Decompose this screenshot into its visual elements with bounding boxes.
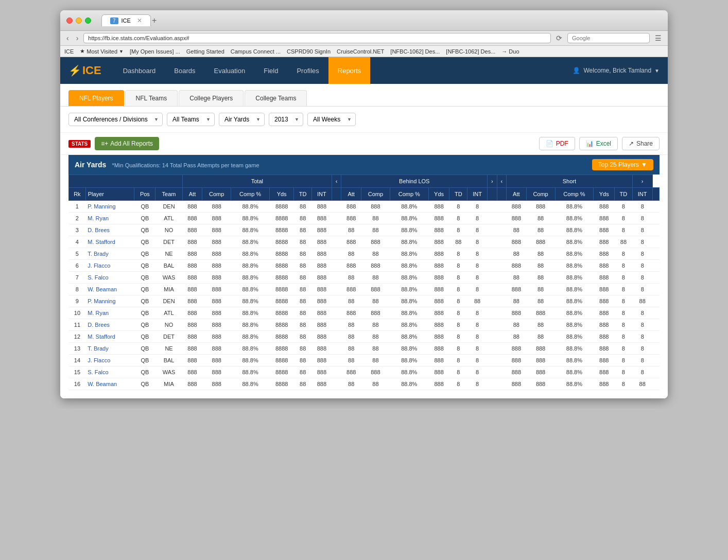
minimize-button[interactable] (76, 18, 82, 24)
top25-button[interactable]: Top 25 Players ▼ (592, 159, 653, 170)
cell-empty1 (332, 343, 341, 355)
stats-logo: STATS (68, 140, 91, 148)
logo-icon: ⚡ (68, 64, 81, 77)
cell-player[interactable]: W. Beaman (85, 378, 134, 390)
cell-empty2 (488, 213, 497, 224)
cell-player[interactable]: W. Beaman (85, 284, 134, 295)
maximize-button[interactable] (85, 18, 91, 24)
cell-comp: 888 (202, 295, 231, 307)
cell-player[interactable]: T. Brady (85, 248, 134, 260)
next-short-button[interactable]: › (632, 175, 652, 188)
cell-s-att: 888 (507, 201, 526, 213)
address-bar[interactable] (83, 33, 551, 43)
cell-player[interactable]: S. Falco (85, 272, 134, 284)
tab-college-teams[interactable]: College Teams (245, 90, 307, 106)
bookmark-open-issues[interactable]: [My Open Issues] ... (130, 48, 180, 55)
new-tab-button[interactable]: + (152, 16, 157, 25)
cell-yds: 8888 (269, 213, 293, 224)
bookmark-duo[interactable]: → Duo (501, 48, 519, 55)
bookmark-nfbc2[interactable]: [NFBC-1062] Des... (446, 48, 495, 55)
col-rk: Rk (69, 188, 86, 201)
prev-short-button[interactable]: ‹ (497, 175, 507, 188)
cell-empty3 (497, 307, 507, 319)
cell-player[interactable]: T. Brady (85, 343, 134, 355)
pdf-button[interactable]: 📄 PDF (539, 137, 575, 150)
cell-player[interactable]: P. Manning (85, 295, 134, 307)
back-button[interactable]: ‹ (64, 33, 71, 43)
teams-filter[interactable]: All Teams (167, 113, 215, 126)
nav-profiles[interactable]: Profiles (287, 57, 328, 84)
cell-player[interactable]: D. Brees (85, 224, 134, 236)
cell-player[interactable]: P. Manning (85, 201, 134, 213)
add-all-reports-button[interactable]: ≡+ Add All Reports (95, 137, 159, 150)
cell-s-comp: 88 (526, 331, 555, 343)
menu-button[interactable]: ☰ (653, 33, 664, 43)
conferences-filter[interactable]: All Conferences / Divisions (68, 113, 163, 126)
nav-boards[interactable]: Boards (165, 57, 204, 84)
cell-player[interactable]: M. Ryan (85, 307, 134, 319)
cell-pos: QB (134, 272, 155, 284)
prev-section-button[interactable]: ‹ (332, 175, 341, 188)
cell-team: DET (155, 331, 182, 343)
nav-field[interactable]: Field (254, 57, 287, 84)
behind-los-section-header: Behind LOS (341, 175, 488, 188)
cell-b-att: 888 (341, 201, 361, 213)
cell-yds: 8888 (269, 295, 293, 307)
bookmark-cruisecontrol[interactable]: CruiseControl.NET (337, 48, 384, 55)
weeks-filter[interactable]: All Weeks (307, 113, 356, 126)
search-bar[interactable] (567, 33, 650, 43)
cell-s-yds: 888 (594, 343, 615, 355)
refresh-button[interactable]: ⟳ (554, 33, 564, 43)
bookmark-most-visited[interactable]: ★ Most Visited ▼ (80, 48, 124, 55)
cell-player[interactable]: S. Falco (85, 366, 134, 378)
cell-yds: 8888 (269, 307, 293, 319)
cell-s-int: 8 (632, 260, 652, 272)
nav-evaluation[interactable]: Evaluation (205, 57, 255, 84)
cell-b-att: 88 (341, 295, 361, 307)
next-section-button[interactable]: › (488, 175, 497, 188)
cell-player[interactable]: J. Flacco (85, 260, 134, 272)
cell-player[interactable]: D. Brees (85, 319, 134, 331)
cell-empty4 (652, 378, 659, 390)
cell-comp: 888 (202, 284, 231, 295)
bookmark-campus-connect[interactable]: Campus Connect ... (231, 48, 281, 55)
cell-b-att: 88 (341, 331, 361, 343)
cell-att: 888 (182, 307, 202, 319)
forward-button[interactable]: › (74, 33, 81, 43)
cell-b-int: 8 (467, 260, 488, 272)
share-label: Share (636, 140, 653, 147)
nav-dashboard[interactable]: Dashboard (114, 57, 165, 84)
bookmark-nfbc1[interactable]: [NFBC-1062] Des... (390, 48, 440, 55)
browser-tab[interactable]: 7 ICE ✕ (101, 14, 151, 26)
col-int: INT (311, 188, 332, 201)
bookmark-getting-started[interactable]: Getting Started (186, 48, 224, 55)
cell-yds: 8888 (269, 355, 293, 366)
tab-college-players[interactable]: College Players (179, 90, 244, 106)
nav-user[interactable]: 👤 Welcome, Brick Tamland ▼ (573, 67, 660, 74)
tab-nfl-players[interactable]: NFL Players (68, 90, 124, 106)
cell-rk: 9 (69, 295, 86, 307)
close-button[interactable] (66, 18, 73, 24)
cell-s-int: 88 (632, 378, 652, 390)
cell-s-att: 888 (507, 236, 526, 248)
cell-s-int: 8 (632, 201, 652, 213)
tab-nfl-teams[interactable]: NFL Teams (125, 90, 178, 106)
cell-td: 88 (294, 224, 312, 236)
cell-player[interactable]: M. Stafford (85, 236, 134, 248)
cell-player[interactable]: M. Ryan (85, 213, 134, 224)
cell-b-att: 88 (341, 272, 361, 284)
close-tab-icon[interactable]: ✕ (137, 17, 142, 24)
cell-player[interactable]: M. Stafford (85, 331, 134, 343)
metric-filter[interactable]: Air Yards (219, 113, 265, 126)
cell-s-td: 8 (615, 331, 633, 343)
year-filter[interactable]: 2013 (269, 113, 303, 126)
cell-b-comp-pct: 88.8% (390, 224, 428, 236)
bookmark-ice[interactable]: ICE (64, 48, 74, 55)
cell-b-td: 8 (449, 295, 467, 307)
cell-b-td: 8 (449, 307, 467, 319)
share-button[interactable]: ↗ Share (622, 137, 660, 150)
bookmark-csprd90[interactable]: CSPRD90 SignIn (287, 48, 331, 55)
excel-button[interactable]: 📊 Excel (579, 137, 618, 150)
cell-player[interactable]: J. Flacco (85, 355, 134, 366)
nav-reports[interactable]: Reports (328, 57, 371, 84)
